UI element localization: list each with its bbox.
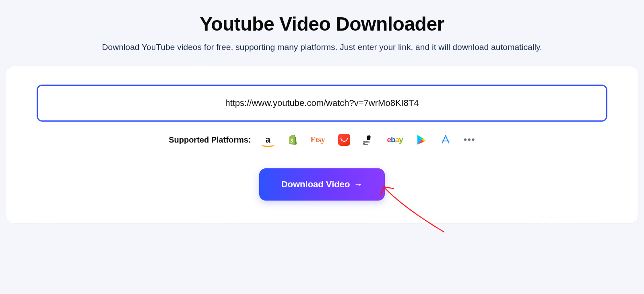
page-title: Youtube Video Downloader (0, 13, 644, 35)
aliexpress-icon (338, 134, 350, 146)
page: Youtube Video Downloader Download YouTub… (0, 0, 644, 224)
shopify-icon (287, 134, 298, 145)
google-play-icon (416, 134, 427, 145)
supported-platforms-row: Supported Platforms: a Etsy TikTok Shop … (37, 134, 607, 146)
ebay-icon: ebay (387, 134, 403, 145)
annotation-arrow-icon (376, 180, 448, 236)
downloader-card: Supported Platforms: a Etsy TikTok Shop … (6, 66, 638, 224)
page-subtitle: Download YouTube videos for free, suppor… (0, 42, 644, 52)
supported-platforms-label: Supported Platforms: (169, 135, 251, 145)
url-input[interactable] (37, 85, 607, 122)
etsy-icon: Etsy (311, 134, 325, 145)
app-store-icon (440, 134, 451, 145)
download-video-button[interactable]: Download Video → (259, 168, 385, 201)
amazon-icon: a (262, 134, 274, 145)
arrow-right-icon: → (354, 179, 363, 190)
download-button-label: Download Video (281, 179, 350, 190)
more-platforms-icon[interactable]: ••• (464, 134, 475, 145)
tiktok-shop-icon: TikTok Shop (363, 134, 374, 145)
url-input-wrap (37, 85, 607, 122)
platform-icons: a Etsy TikTok Shop ebay ••• (262, 134, 475, 146)
